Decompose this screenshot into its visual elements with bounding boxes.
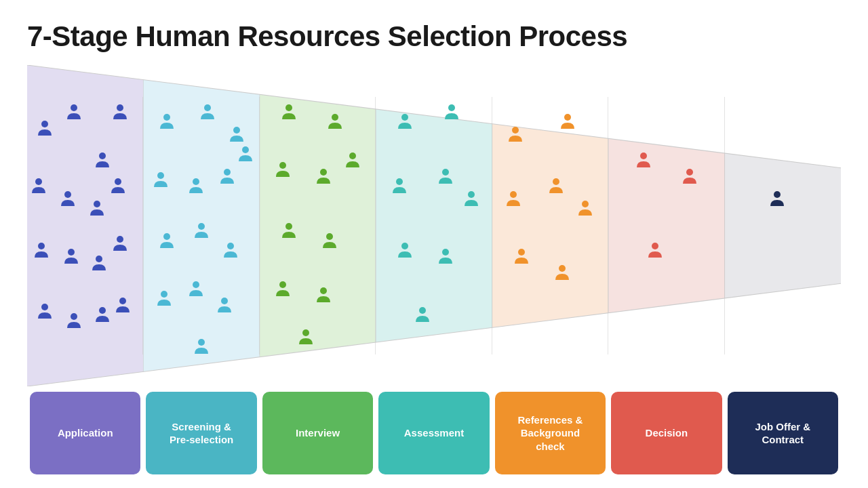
person-references-3 <box>549 177 564 197</box>
svg-point-39 <box>198 339 205 346</box>
svg-point-46 <box>326 233 333 240</box>
svg-point-13 <box>117 104 123 111</box>
person-references-1 <box>560 113 575 133</box>
person-application-1 <box>66 103 81 123</box>
svg-point-55 <box>401 243 408 249</box>
svg-point-35 <box>227 243 234 249</box>
svg-point-11 <box>71 104 77 111</box>
person-application-14 <box>95 306 110 326</box>
svg-point-21 <box>117 236 123 243</box>
svg-point-54 <box>468 191 475 198</box>
stage-box-references[interactable]: References &Backgroundcheck <box>495 392 606 474</box>
svg-point-42 <box>279 162 286 169</box>
stage-box-assessment[interactable]: Assessment <box>378 392 489 474</box>
stage-box-interview[interactable]: Interview <box>262 392 373 474</box>
person-screening-5 <box>220 167 235 188</box>
svg-point-23 <box>71 313 77 320</box>
svg-point-12 <box>99 152 106 159</box>
diagram: ApplicationScreening &Pre-selectionInter… <box>27 65 841 474</box>
person-interview-9 <box>298 328 313 348</box>
person-interview-3 <box>316 167 331 188</box>
svg-point-66 <box>686 169 693 176</box>
svg-point-43 <box>320 169 327 176</box>
svg-point-40 <box>285 104 292 111</box>
svg-point-26 <box>163 114 170 121</box>
svg-point-62 <box>582 201 589 207</box>
person-screening-9 <box>223 241 238 262</box>
col-top-references <box>492 65 608 386</box>
person-screening-11 <box>189 280 203 300</box>
person-screening-4 <box>189 177 203 197</box>
person-screening-3 <box>153 171 168 191</box>
person-screening-1 <box>200 103 215 123</box>
person-application-12 <box>37 302 52 323</box>
col-top-assessment <box>376 65 492 386</box>
svg-point-22 <box>41 304 48 310</box>
svg-point-52 <box>396 178 403 185</box>
person-interview-5 <box>281 222 296 242</box>
svg-point-20 <box>96 256 102 262</box>
person-screening-10 <box>157 289 172 310</box>
svg-point-67 <box>652 243 658 249</box>
stage-box-joboffer[interactable]: Job Offer &Contract <box>728 392 838 474</box>
person-references-6 <box>555 264 570 284</box>
person-decision-2 <box>648 241 663 262</box>
stage-box-screening[interactable]: Screening &Pre-selection <box>146 392 256 474</box>
person-application-10 <box>92 254 106 274</box>
svg-point-28 <box>233 127 240 134</box>
person-assessment-3 <box>438 167 453 188</box>
person-references-0 <box>508 125 523 146</box>
svg-point-65 <box>640 152 647 159</box>
svg-point-10 <box>41 121 48 127</box>
columns-top <box>27 65 841 386</box>
person-assessment-7 <box>415 306 430 326</box>
person-application-8 <box>34 241 49 262</box>
svg-point-33 <box>163 233 170 240</box>
person-decision-1 <box>682 167 697 188</box>
svg-point-31 <box>224 169 231 176</box>
person-joboffer-0 <box>770 190 785 210</box>
svg-point-24 <box>99 307 106 314</box>
col-top-joboffer <box>725 65 841 386</box>
svg-point-51 <box>448 104 455 111</box>
svg-point-37 <box>193 281 199 288</box>
person-assessment-4 <box>464 190 479 210</box>
person-interview-6 <box>322 232 337 252</box>
stage-box-decision[interactable]: Decision <box>611 392 722 474</box>
svg-point-50 <box>401 114 408 121</box>
person-assessment-2 <box>392 177 407 197</box>
person-interview-7 <box>275 280 290 300</box>
person-screening-0 <box>159 113 174 133</box>
svg-point-17 <box>115 178 121 185</box>
person-references-4 <box>578 199 593 220</box>
person-references-2 <box>506 190 521 210</box>
person-assessment-0 <box>397 113 412 133</box>
person-interview-0 <box>281 103 296 123</box>
person-interview-1 <box>328 113 342 133</box>
person-decision-0 <box>636 151 651 171</box>
svg-point-68 <box>774 191 781 198</box>
svg-point-48 <box>320 287 327 294</box>
person-application-7 <box>111 177 125 197</box>
person-assessment-5 <box>397 241 412 262</box>
stage-box-application[interactable]: Application <box>30 392 140 474</box>
person-screening-6 <box>238 145 253 165</box>
person-screening-13 <box>194 338 209 358</box>
svg-point-45 <box>285 223 292 230</box>
col-top-screening <box>143 65 259 386</box>
top-section <box>27 65 841 386</box>
svg-point-14 <box>35 178 42 185</box>
svg-point-15 <box>64 191 71 198</box>
svg-point-38 <box>221 298 228 304</box>
svg-point-53 <box>442 169 449 176</box>
svg-point-57 <box>419 307 426 314</box>
svg-point-16 <box>94 201 100 207</box>
person-screening-8 <box>194 222 209 242</box>
svg-point-61 <box>553 178 559 185</box>
person-application-11 <box>113 235 127 255</box>
svg-point-47 <box>279 281 286 288</box>
person-application-15 <box>115 296 130 317</box>
person-application-9 <box>64 247 79 268</box>
page: 7-Stage Human Resources Selection Proces… <box>0 0 868 488</box>
svg-point-49 <box>302 329 309 336</box>
